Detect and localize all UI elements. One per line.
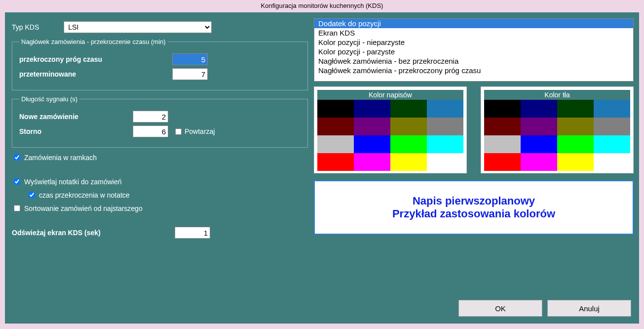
left-column: Typ KDS LSI Nagłówek zamówienia - przekr… [12,21,308,239]
cancel-button[interactable]: Anuluj [547,300,631,317]
color-swatch[interactable] [484,135,521,153]
list-item[interactable]: Kolor pozycji - parzyste [314,47,633,56]
storno-label: Storno [19,127,133,135]
nowe-label: Nowe zamówienie [19,113,133,121]
notatki-checkbox[interactable] [14,178,20,185]
preview-line2: Przykład zastosowania kolorów [392,207,555,220]
nowe-input[interactable] [133,111,168,123]
list-item[interactable]: Nagłówek zamówienia - przekroczony próg … [314,66,633,75]
color-swatch[interactable] [484,100,521,118]
refresh-label: Odświeżaj ekran KDS (sek) [12,229,175,237]
przeterminowane-input[interactable] [172,68,208,80]
sortowanie-checkbox[interactable] [14,205,20,211]
color-swatch[interactable] [557,100,594,118]
color-swatch[interactable] [317,118,354,135]
palette-tla: Kolor tła [481,86,634,173]
color-swatch[interactable] [521,153,557,171]
color-swatch[interactable] [354,153,390,171]
right-column: Dodatek do pozycjiEkran KDSKolor pozycji… [314,18,634,235]
palette-tla-header: Kolor tła [484,90,630,100]
list-item[interactable]: Ekran KDS [314,28,633,38]
storno-input[interactable] [133,125,168,137]
color-swatch[interactable] [390,153,427,171]
color-swatch[interactable] [427,118,463,135]
color-swatch[interactable] [354,100,390,118]
notatki-label: Wyświetlaj notatki do zamówień [24,178,122,186]
list-item[interactable]: Kolor pozycji - nieparzyste [314,38,633,47]
preview-box: Napis pierwszoplanowy Przykład zastosowa… [314,180,634,235]
main-panel: Typ KDS LSI Nagłówek zamówienia - przekr… [5,12,639,324]
color-swatch[interactable] [427,135,463,153]
color-swatch[interactable] [594,135,630,153]
color-swatch[interactable] [427,153,463,171]
color-swatch[interactable] [594,100,630,118]
color-swatch[interactable] [484,118,521,135]
powtarzaj-checkbox[interactable] [175,128,182,135]
window-title: Konfiguracja monitorów kuchennych (KDS) [0,0,644,12]
fieldset-sygnal-legend: Długość sygnału (s) [19,95,79,103]
powtarzaj-label: Powtarzaj [185,127,215,135]
ramki-label: Zamówienia w ramkach [24,154,97,162]
color-swatch[interactable] [390,135,427,153]
color-swatch[interactable] [317,100,354,118]
typ-kds-select[interactable]: LSI [64,21,212,33]
color-swatch[interactable] [521,118,557,135]
sortowanie-label: Sortowanie zamówień od najstarszego [24,205,143,212]
typ-kds-label: Typ KDS [12,23,39,31]
color-swatch[interactable] [354,118,390,135]
color-swatch[interactable] [521,100,557,118]
color-swatch[interactable] [390,100,427,118]
list-item[interactable]: Dodatek do pozycji [314,19,633,28]
czas-notatka-label: czas przekroczenia w notatce [39,191,130,199]
palette-napisow-header: Kolor napisów [317,90,463,100]
color-swatch[interactable] [427,100,463,118]
list-item[interactable]: Nagłówek zamówienia - bez przekroczenia [314,56,633,66]
color-swatch[interactable] [557,118,594,135]
color-swatch[interactable] [484,153,521,171]
przekroczony-label: przekroczony próg czasu [19,55,172,63]
color-swatch[interactable] [557,153,594,171]
fieldset-czas: Nagłówek zamówienia - przekroczenie czas… [12,38,308,90]
ok-button[interactable]: OK [458,300,542,317]
przeterminowane-label: przeterminowane [19,70,172,78]
color-swatch[interactable] [317,153,354,171]
color-swatch[interactable] [594,118,630,135]
przekroczony-input[interactable] [172,53,208,65]
preview-line1: Napis pierwszoplanowy [413,195,535,207]
refresh-input[interactable] [175,227,210,239]
color-swatch[interactable] [521,135,557,153]
color-swatch[interactable] [390,118,427,135]
color-swatch[interactable] [354,135,390,153]
ramki-checkbox[interactable] [14,154,20,161]
fieldset-sygnal: Długość sygnału (s) Nowe zamówienie Stor… [12,95,308,148]
palette-napisow: Kolor napisów [314,86,467,173]
listbox-elementy[interactable]: Dodatek do pozycjiEkran KDSKolor pozycji… [314,18,634,82]
fieldset-czas-legend: Nagłówek zamówienia - przekroczenie czas… [19,38,168,45]
color-swatch[interactable] [557,135,594,153]
color-swatch[interactable] [594,153,630,171]
czas-notatka-checkbox[interactable] [29,192,35,198]
color-swatch[interactable] [317,135,354,153]
